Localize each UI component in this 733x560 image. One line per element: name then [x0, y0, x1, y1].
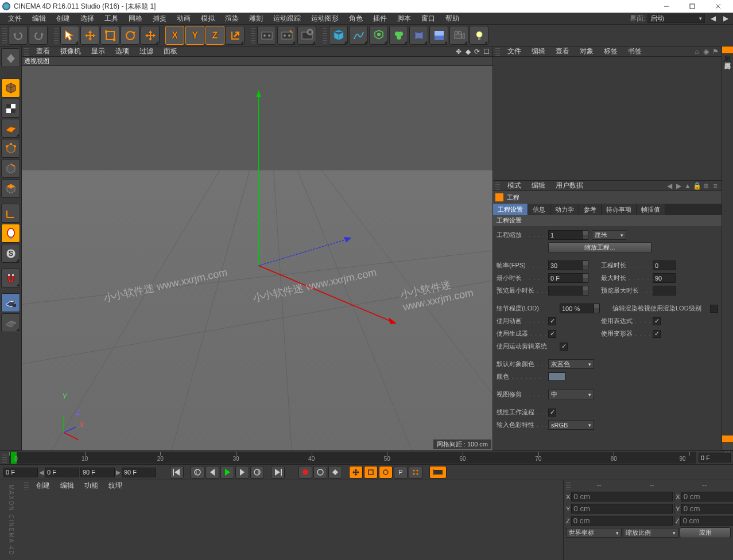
input-project-time[interactable] [653, 260, 676, 270]
tweak-mode-button[interactable] [1, 224, 20, 243]
checkbox-use-deform[interactable] [653, 330, 661, 338]
timeline-track[interactable]: 0 10 20 30 40 50 60 70 80 90 [9, 452, 696, 464]
record-button[interactable] [298, 466, 312, 479]
add-generator-button[interactable] [369, 26, 388, 45]
tab-objects[interactable]: 对象 [722, 46, 733, 54]
nav-fwd-icon[interactable]: ▶ [674, 182, 682, 190]
menu-select[interactable]: 选择 [75, 14, 99, 24]
dropdown-coord-mode[interactable]: 世界坐标 [566, 528, 622, 538]
edge-mode-button[interactable] [1, 159, 20, 178]
dropdown-default-color[interactable]: 灰蓝色 [548, 359, 594, 369]
add-spline-button[interactable] [349, 26, 368, 45]
input-preview-min[interactable] [548, 286, 583, 295]
size-x-input[interactable] [681, 492, 733, 501]
input-project-scale[interactable] [548, 230, 583, 240]
spinner[interactable] [674, 504, 674, 514]
vp-menu-filter[interactable]: 过滤 [134, 46, 158, 56]
key-pos-button[interactable] [349, 466, 363, 479]
render-view-button[interactable] [257, 26, 276, 45]
menu-simulate[interactable]: 模拟 [196, 14, 220, 24]
point-mode-button[interactable] [1, 139, 20, 158]
model-mode-button[interactable] [1, 79, 20, 98]
add-primitive-alt-button[interactable] [389, 26, 408, 45]
prev-frame-button[interactable] [205, 466, 219, 479]
polygon-mode-button[interactable] [1, 179, 20, 198]
prev-key-button[interactable] [191, 466, 204, 479]
vp-menu-display[interactable]: 显示 [86, 46, 110, 56]
panel-grab[interactable] [24, 48, 29, 56]
menu-snap[interactable]: 捕捉 [148, 14, 172, 24]
obj-menu-tags[interactable]: 标签 [599, 46, 623, 56]
tab-referencing[interactable]: 参考 [579, 204, 602, 215]
make-editable-button[interactable] [1, 48, 20, 67]
history-fwd-icon[interactable]: ▶ [721, 14, 730, 23]
next-frame-button[interactable] [235, 466, 249, 479]
preview-end-input[interactable]: 90 F [80, 468, 115, 477]
redo-button[interactable] [29, 26, 48, 45]
spinner[interactable] [594, 304, 600, 313]
menu-tracker[interactable]: 运动跟踪 [268, 14, 306, 24]
mat-menu-function[interactable]: 功能 [79, 481, 103, 491]
scale-tool[interactable] [100, 26, 119, 45]
flag-icon[interactable]: ⚑ [711, 48, 719, 56]
workplane-grid-button[interactable] [1, 313, 20, 332]
add-light-button[interactable] [470, 26, 488, 45]
color-swatch[interactable] [548, 372, 565, 381]
mat-menu-texture[interactable]: 纹理 [103, 481, 127, 491]
tab-info[interactable]: 信息 [528, 204, 550, 215]
spinner[interactable] [674, 516, 674, 526]
toolbar-grab[interactable] [251, 27, 255, 44]
menu-icon[interactable]: ≡ [711, 182, 719, 190]
menu-create[interactable]: 创建 [51, 14, 75, 24]
history-back-icon[interactable]: ◀ [708, 14, 718, 23]
axis-mode-button[interactable] [1, 204, 20, 223]
x-axis-lock[interactable]: X [165, 26, 184, 45]
menu-sculpt[interactable]: 雕刻 [244, 14, 268, 24]
obj-menu-edit[interactable]: 编辑 [526, 46, 550, 56]
new-icon[interactable]: ⊕ [702, 182, 710, 190]
vp-menu-panel[interactable]: 面板 [158, 46, 183, 56]
live-select-tool[interactable] [60, 26, 79, 45]
menu-mograph[interactable]: 运动图形 [306, 14, 344, 24]
key-rot-button[interactable] [379, 466, 393, 479]
pos-y-input[interactable] [571, 504, 673, 514]
panel-grab[interactable] [495, 182, 500, 190]
obj-menu-file[interactable]: 文件 [502, 46, 526, 56]
menu-window[interactable]: 窗口 [416, 14, 440, 24]
play-button[interactable] [220, 466, 234, 479]
add-environment-button[interactable] [429, 26, 448, 45]
attr-menu-edit[interactable]: 编辑 [526, 181, 550, 190]
panel-grab[interactable] [495, 48, 500, 56]
menu-edit[interactable]: 编辑 [27, 14, 51, 24]
checkbox-use-gen[interactable] [548, 330, 556, 338]
tab-content-browser[interactable]: 内容浏览器 [722, 54, 733, 61]
move-tool[interactable] [80, 26, 99, 45]
goto-start-button[interactable] [170, 466, 184, 479]
panel-grab[interactable] [2, 453, 7, 463]
vp-nav-toggle-icon[interactable]: ☐ [482, 48, 490, 56]
spinner[interactable] [583, 273, 588, 283]
size-z-input[interactable] [680, 516, 733, 526]
button-apply[interactable]: 应用 [680, 527, 731, 538]
obj-menu-bookmarks[interactable]: 书签 [623, 46, 647, 56]
checkbox-use-expr[interactable] [653, 317, 661, 325]
spinner[interactable] [583, 230, 588, 240]
input-preview-max[interactable] [653, 286, 676, 295]
mat-menu-edit[interactable]: 编辑 [55, 481, 79, 491]
goto-end-button[interactable] [271, 466, 285, 479]
toolbar-grab[interactable] [54, 27, 59, 44]
texture-mode-button[interactable] [1, 99, 20, 118]
vp-nav-move-icon[interactable]: ✥ [455, 48, 463, 56]
minimize-button[interactable] [653, 0, 679, 13]
snap-mode-button[interactable]: S [1, 244, 20, 263]
add-deformer-button[interactable] [409, 26, 428, 45]
checkbox-render-lod[interactable] [710, 305, 718, 313]
search-icon[interactable]: ⌂ [693, 48, 701, 56]
tab-dynamics[interactable]: 动力学 [550, 204, 579, 215]
last-tool[interactable] [141, 26, 160, 45]
dropdown-color-profile[interactable]: sRGB [548, 420, 594, 430]
toolbar-grab[interactable] [2, 27, 7, 44]
rotate-tool[interactable] [121, 26, 139, 45]
spinner[interactable] [674, 492, 674, 501]
menu-mesh[interactable]: 网格 [123, 14, 148, 24]
